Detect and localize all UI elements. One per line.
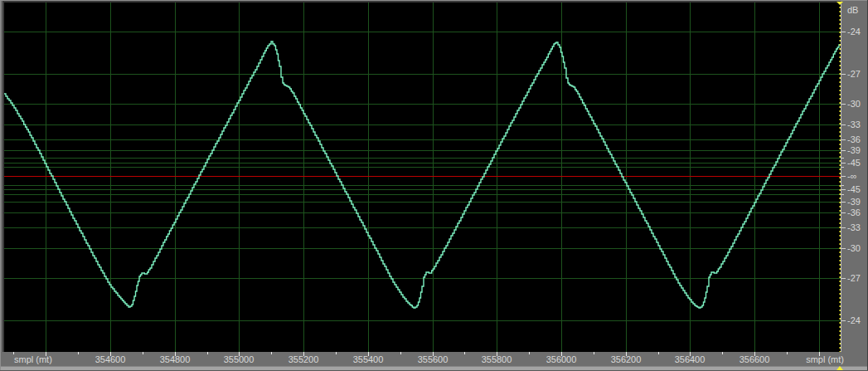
sample-axis-label: 356400 xyxy=(663,354,716,364)
sample-axis-tick xyxy=(400,352,401,354)
db-axis-tick xyxy=(841,139,846,140)
db-axis-label: -33 xyxy=(847,222,861,232)
db-axis-label: -33 xyxy=(847,120,861,129)
db-axis-tick xyxy=(841,227,846,228)
sample-axis-label: 356200 xyxy=(599,354,652,364)
sample-axis-tick xyxy=(529,352,530,354)
db-axis-tick xyxy=(841,32,846,32)
db-axis-label: -24 xyxy=(847,27,861,37)
db-axis-unit-label: dB xyxy=(847,5,858,15)
sample-axis-tick xyxy=(464,352,465,354)
waveform-window: dB -24-27-30-33-36-39-45-∞-45-39-36-33-3… xyxy=(0,0,868,371)
db-axis-tick xyxy=(841,248,846,249)
sample-axis-label: 355000 xyxy=(212,354,265,364)
sample-axis-label: 355400 xyxy=(342,354,395,364)
sample-axis-tick xyxy=(658,352,659,354)
db-axis-label: -27 xyxy=(847,69,861,79)
waveform-trace xyxy=(4,41,841,308)
db-axis-tick xyxy=(841,278,846,279)
sample-axis-tick xyxy=(143,352,143,354)
db-axis-tick xyxy=(841,176,846,177)
db-axis-label: -30 xyxy=(847,243,861,253)
db-axis-label: -36 xyxy=(847,134,861,144)
sample-axis-tick xyxy=(336,352,337,354)
db-axis-tick xyxy=(841,202,846,203)
db-axis-label: -45 xyxy=(847,158,861,168)
db-axis-panel: dB -24-27-30-33-36-39-45-∞-45-39-36-33-3… xyxy=(841,2,868,366)
sample-axis-label: 356600 xyxy=(728,354,781,364)
db-axis-label: -36 xyxy=(847,207,861,217)
db-axis-tick xyxy=(841,163,846,164)
db-axis-label: -39 xyxy=(847,197,861,207)
db-axis-tick xyxy=(841,194,844,195)
window-edge-top xyxy=(0,0,868,1)
waveform-plot-area[interactable] xyxy=(2,1,841,352)
db-axis-tick xyxy=(841,74,846,75)
sample-axis-tick xyxy=(722,352,723,354)
db-axis-label: -27 xyxy=(847,273,861,283)
db-axis-tick xyxy=(841,158,844,159)
sample-axis-label: 355200 xyxy=(277,354,330,364)
sample-axis-label: 354800 xyxy=(148,354,201,364)
sample-axis-tick xyxy=(819,352,820,356)
sample-axis-tick xyxy=(271,352,272,354)
sample-axis-tick xyxy=(207,352,208,354)
sample-axis-tick xyxy=(46,352,46,356)
db-axis-tick xyxy=(841,167,844,168)
window-edge-left xyxy=(0,0,1,371)
db-axis-tick xyxy=(841,185,844,186)
db-axis-label: -∞ xyxy=(847,171,857,181)
db-axis-label: -39 xyxy=(847,145,861,155)
sample-axis-label: 355800 xyxy=(470,354,523,364)
db-axis-tick xyxy=(841,320,846,321)
db-axis-label: -24 xyxy=(847,315,861,325)
db-axis-tick xyxy=(841,189,846,190)
db-axis-label: -45 xyxy=(847,184,861,194)
db-axis-tick xyxy=(841,104,846,105)
db-axis-label: -30 xyxy=(847,99,861,109)
sample-axis-label: 354600 xyxy=(84,354,137,364)
db-axis-tick xyxy=(841,124,846,125)
sample-axis-label: 356000 xyxy=(535,354,588,364)
db-axis-tick xyxy=(841,212,846,213)
sample-axis-bar: smpl (mt) smpl (mt) 35460035480035500035… xyxy=(0,352,868,366)
cursor-top-marker-icon[interactable] xyxy=(836,2,843,5)
sample-axis-tick xyxy=(787,352,788,354)
sample-axis-tick xyxy=(13,352,14,354)
sample-axis-right-label: smpl (mt) xyxy=(806,354,844,364)
sample-axis-label: 355600 xyxy=(406,354,459,364)
sample-axis-tick xyxy=(78,352,79,354)
waveform-svg xyxy=(4,2,841,352)
sample-axis-tick xyxy=(594,352,594,354)
db-axis-tick xyxy=(841,150,846,151)
